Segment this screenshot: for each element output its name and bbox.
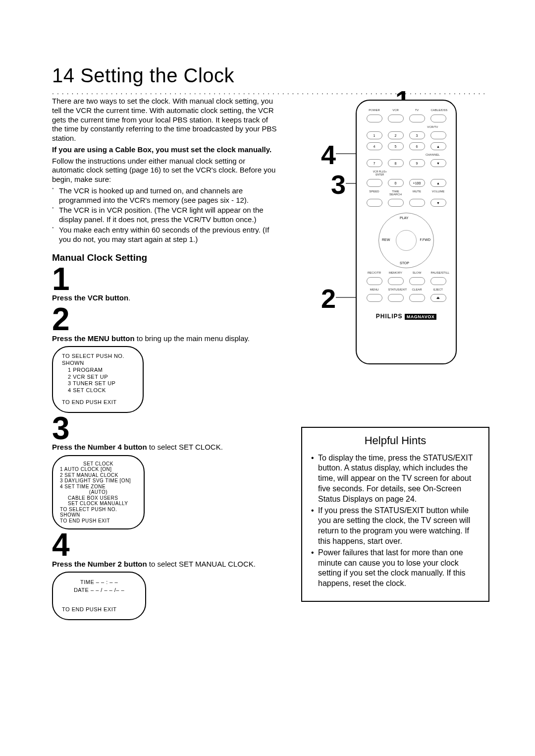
menu-button[interactable] xyxy=(367,294,382,302)
enter-button[interactable] xyxy=(367,179,382,187)
step-1-number: 1 xyxy=(52,266,277,292)
num-4[interactable]: 4 xyxy=(367,142,382,150)
osd3-l2: DATE – – / – – /– – xyxy=(62,586,136,594)
jog-dial[interactable]: PLAY REW F.FWD STOP xyxy=(378,213,434,268)
pause-button[interactable] xyxy=(430,277,446,285)
osd2-l5: (AUTO) xyxy=(60,489,137,495)
num-2[interactable]: 2 xyxy=(388,131,404,139)
num-3[interactable]: 3 xyxy=(409,131,425,139)
osd-main-menu: TO SELECT PUSH NO. SHOWN 1 PROGRAM 2 VCR… xyxy=(52,346,144,412)
osd2-l7: SET CLOCK MANUALLY xyxy=(60,501,137,507)
vcr-button[interactable] xyxy=(388,115,404,122)
intro-bullet-1: The VCR is hooked up and turned on, and … xyxy=(52,186,277,205)
step-3-text: Press the Number 4 button to select SET … xyxy=(52,443,277,452)
lbl-eject: EJECT xyxy=(431,288,446,291)
remote-body: POWER VCR TV CABLE/DSS VCR/TV 1 xyxy=(356,100,457,364)
callout-2: 2 xyxy=(321,283,336,314)
step-3-bold: Press the Number 4 button xyxy=(52,443,147,451)
volume-up[interactable]: ▲ xyxy=(430,179,446,187)
intro-bullet-3: You make each entry within 60 seconds of… xyxy=(52,226,277,244)
osd1-l3: 2 VCR SET UP xyxy=(62,374,134,381)
lbl-vcrtv: VCR/TV xyxy=(425,125,440,128)
hint-2: If you press the STATUS/EXIT button whil… xyxy=(311,506,480,547)
jog-rew: REW xyxy=(382,238,390,241)
lbl-enter: VCR PLUS+ ENTER xyxy=(373,170,387,176)
callout-3: 3 xyxy=(331,169,346,200)
manual-heading: Manual Clock Setting xyxy=(52,252,277,264)
lbl-cable: CABLE/DSS xyxy=(431,109,446,112)
callout-4: 4 xyxy=(321,139,336,170)
mute-button[interactable] xyxy=(409,199,425,207)
divider-dots: ........................................… xyxy=(52,88,485,95)
remote-diagram: 1 2 3 4 POWER VCR TV CABLE/DSS xyxy=(296,100,457,364)
osd-set-clock: SET CLOCK 1 AUTO CLOCK [ON] 2 SET MANUAL… xyxy=(52,455,145,530)
speed-button[interactable] xyxy=(367,199,382,207)
osd-manual-clock: TIME – – : – – DATE – – / – – /– – TO EN… xyxy=(52,572,146,620)
num-8[interactable]: 8 xyxy=(388,159,404,167)
intro-p2: If you are using a Cable Box, you must s… xyxy=(52,145,277,155)
hint-3: Power failures that last for more than o… xyxy=(311,548,480,589)
step-4-text: Press the Number 2 button to select SET … xyxy=(52,560,277,569)
osd1-l4: 3 TUNER SET UP xyxy=(62,380,134,387)
step-1-bold: Press the VCR button xyxy=(52,293,128,302)
page-number: 14 xyxy=(52,64,75,86)
channel-down[interactable]: ▼ xyxy=(430,159,446,167)
lbl-memory: MEMORY xyxy=(388,271,403,274)
lbl-menu: MENU xyxy=(367,288,382,291)
brand-magnavox: MAGNAVOX xyxy=(405,314,436,320)
lbl-slow: SLOW xyxy=(410,271,425,274)
jog-stop: STOP xyxy=(400,261,409,265)
brand-philips: PHILIPS xyxy=(376,313,403,320)
num-6[interactable]: 6 xyxy=(409,142,425,150)
osd2-l8: TO SELECT PUSH NO. SHOWN xyxy=(60,507,137,518)
plus-100[interactable]: +100 xyxy=(409,179,425,187)
osd1-l5: 4 SET CLOCK xyxy=(62,387,134,394)
num-7[interactable]: 7 xyxy=(367,159,382,167)
step-1-rest: . xyxy=(128,293,130,302)
osd2-l9: TO END PUSH EXIT xyxy=(60,518,137,524)
step-3-number: 3 xyxy=(52,415,277,442)
vcrtv-button[interactable] xyxy=(430,131,446,139)
lbl-tsrch: TIME SEARCH xyxy=(388,190,403,196)
osd3-l3: TO END PUSH EXIT xyxy=(62,606,136,613)
osd2-l4: 4 SET TIME ZONE xyxy=(60,484,137,490)
lbl-clear: CLEAR xyxy=(410,288,425,291)
osd1-l1: TO SELECT PUSH NO. SHOWN xyxy=(62,353,134,367)
lbl-power: POWER xyxy=(367,109,382,112)
num-9[interactable]: 9 xyxy=(409,159,425,167)
volume-down[interactable]: ▼ xyxy=(430,199,446,207)
step-4-number: 4 xyxy=(52,531,277,558)
step-1-text: Press the VCR button. xyxy=(52,293,277,303)
num-1[interactable]: 1 xyxy=(367,131,382,139)
status-button[interactable] xyxy=(388,294,404,302)
lbl-mute: MUTE xyxy=(410,190,425,196)
lbl-pause: PAUSE/STILL xyxy=(431,271,446,274)
lbl-volume: VOLUME xyxy=(431,190,446,196)
channel-up[interactable]: ▲ xyxy=(430,142,446,150)
power-button[interactable] xyxy=(367,115,382,122)
helpful-hints-box: Helpful Hints To display the time, press… xyxy=(301,427,489,602)
brand-logo: PHILIPS MAGNAVOX xyxy=(357,313,456,320)
eject-button[interactable]: ⏏ xyxy=(430,294,446,302)
osd1-l2: 1 PROGRAM xyxy=(62,367,134,374)
memory-button[interactable] xyxy=(388,277,404,285)
lbl-channel: CHANNEL xyxy=(425,153,440,156)
step-4-rest: to select SET MANUAL CLOCK. xyxy=(147,560,256,568)
jog-play: PLAY xyxy=(400,216,408,220)
rec-button[interactable] xyxy=(367,277,382,285)
osd2-t: SET CLOCK xyxy=(60,461,137,467)
num-5[interactable]: 5 xyxy=(388,142,404,150)
lbl-vcr: VCR xyxy=(388,109,403,112)
cable-button[interactable] xyxy=(430,115,446,122)
tv-button[interactable] xyxy=(409,115,425,122)
intro-p1: There are two ways to set the clock. Wit… xyxy=(52,97,277,143)
num-0[interactable]: 0 xyxy=(388,179,404,187)
hints-heading: Helpful Hints xyxy=(311,434,480,448)
slow-button[interactable] xyxy=(409,277,425,285)
timesearch-button[interactable] xyxy=(388,199,404,207)
lbl-tv: TV xyxy=(410,109,425,112)
clear-button[interactable] xyxy=(409,294,425,302)
page-title: 14 Setting the Clock xyxy=(52,64,485,87)
osd2-l6: CABLE BOX USERS xyxy=(60,495,137,501)
jog-ffwd: F.FWD xyxy=(420,238,430,241)
